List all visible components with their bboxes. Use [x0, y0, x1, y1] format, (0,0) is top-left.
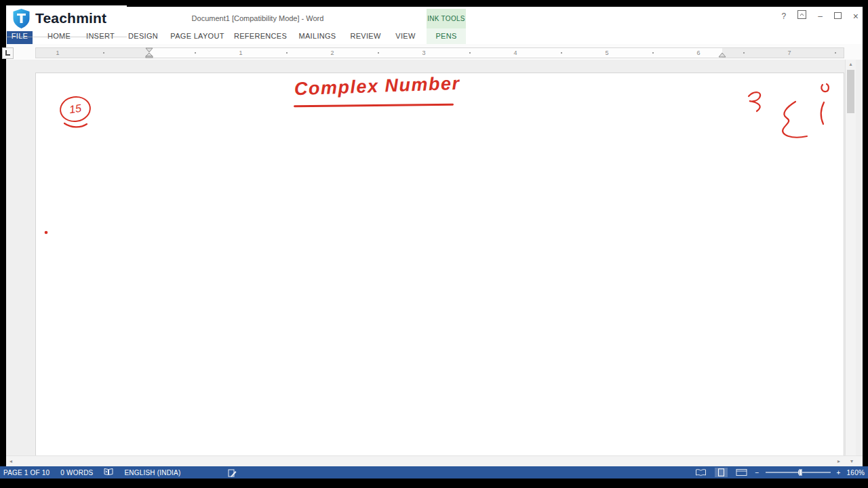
- ruler-tick: [195, 52, 196, 54]
- ruler-tick: [835, 52, 836, 54]
- watermark-edge-line: [6, 37, 127, 37]
- ruler-tick: [103, 52, 104, 54]
- teachmint-logo-icon: [12, 8, 31, 29]
- read-mode-icon[interactable]: [693, 468, 709, 477]
- tab-view[interactable]: VIEW: [395, 28, 415, 44]
- scroll-left-icon[interactable]: ◂: [6, 456, 16, 466]
- status-right: − + 160%: [693, 468, 865, 477]
- right-indent-marker[interactable]: [718, 47, 726, 61]
- status-left: PAGE 1 OF 10 0 WORDS ENGLISH (INDIA): [3, 468, 237, 477]
- ink-status-icon[interactable]: [228, 468, 237, 477]
- ruler-label: 6: [696, 48, 700, 58]
- ruler-label: 1: [56, 48, 59, 58]
- status-bar: PAGE 1 OF 10 0 WORDS ENGLISH (INDIA) − +…: [0, 466, 868, 479]
- tab-mailings[interactable]: MAILINGS: [299, 28, 336, 44]
- word-window: Document1 [Compatibility Mode] - Word IN…: [6, 7, 863, 466]
- zoom-level[interactable]: 160%: [847, 469, 865, 476]
- scroll-right-icon[interactable]: ▸: [834, 456, 844, 466]
- ruler-tick: [469, 52, 471, 54]
- zoom-slider-thumb[interactable]: [799, 469, 802, 476]
- ink-badge-text: 15: [68, 102, 82, 116]
- vertical-scrollbar-thumb[interactable]: [847, 70, 854, 113]
- indent-marker[interactable]: [145, 47, 153, 61]
- ruler-tick: [652, 52, 654, 54]
- status-language[interactable]: ENGLISH (INDIA): [124, 469, 180, 476]
- window-title: Document1 [Compatibility Mode] - Word: [122, 14, 393, 22]
- vertical-scrollbar[interactable]: ▴: [845, 60, 856, 455]
- status-page-number[interactable]: PAGE 1 OF 10: [3, 469, 50, 476]
- tab-review[interactable]: REVIEW: [350, 28, 380, 44]
- help-icon[interactable]: ?: [781, 10, 786, 22]
- window-controls: ? – ×: [781, 10, 859, 22]
- tab-stop-selector[interactable]: [2, 47, 14, 59]
- ruler-label: 2: [330, 48, 334, 58]
- tab-pens[interactable]: PENS: [427, 28, 466, 44]
- proofing-errors-icon[interactable]: [104, 468, 113, 477]
- tab-stop-icon: [5, 50, 10, 56]
- minimize-button[interactable]: –: [818, 10, 823, 22]
- scroll-down-icon[interactable]: ▾: [847, 456, 856, 466]
- document-area: Complex Number 15 ▴: [6, 60, 863, 455]
- zoom-slider-notch: [798, 470, 799, 474]
- tab-design[interactable]: DESIGN: [128, 28, 158, 44]
- tab-references[interactable]: REFERENCES: [234, 28, 287, 44]
- ribbon-tab-bar: FILE HOME INSERT DESIGN PAGE LAYOUT REFE…: [6, 28, 863, 45]
- zoom-in-button[interactable]: +: [837, 469, 841, 476]
- zoom-out-button[interactable]: −: [755, 469, 760, 476]
- zoom-slider[interactable]: [766, 472, 831, 473]
- teachmint-wordmark: Teachmint: [35, 10, 106, 26]
- ruler-tick: [378, 52, 379, 54]
- tab-page-layout[interactable]: PAGE LAYOUT: [170, 28, 224, 44]
- ruler-label: 4: [513, 48, 517, 58]
- ink-tools-contextual-label: INK TOOLS: [427, 9, 466, 28]
- ribbon-display-options-icon[interactable]: [797, 10, 806, 22]
- close-button[interactable]: ×: [853, 10, 859, 22]
- ruler-tick: [286, 52, 288, 54]
- video-frame: { "brand": { "name": "Teachmint" }, "tit…: [0, 0, 868, 488]
- scroll-up-icon[interactable]: ▴: [846, 60, 856, 69]
- horizontal-scrollbar[interactable]: ◂ ▸ ▾: [6, 455, 863, 466]
- ruler-label: 1: [239, 48, 242, 58]
- status-word-count[interactable]: 0 WORDS: [60, 469, 93, 476]
- ruler-text-area: [149, 48, 722, 58]
- teachmint-watermark: Teachmint: [6, 5, 127, 31]
- ruler-row: 1 1 2 3 4 5 6 7: [6, 44, 863, 60]
- ruler-label: 5: [605, 48, 608, 58]
- ruler-label: 7: [787, 48, 791, 58]
- ruler-label: 3: [422, 48, 425, 58]
- horizontal-ruler: 1 1 2 3 4 5 6 7: [35, 47, 844, 58]
- restore-button[interactable]: [834, 10, 842, 22]
- restore-icon: [834, 12, 842, 19]
- web-layout-icon[interactable]: [734, 468, 749, 477]
- document-page[interactable]: [35, 73, 844, 455]
- ruler-tick: [561, 52, 562, 54]
- ruler-tick: [743, 52, 745, 54]
- print-layout-icon[interactable]: [715, 468, 728, 477]
